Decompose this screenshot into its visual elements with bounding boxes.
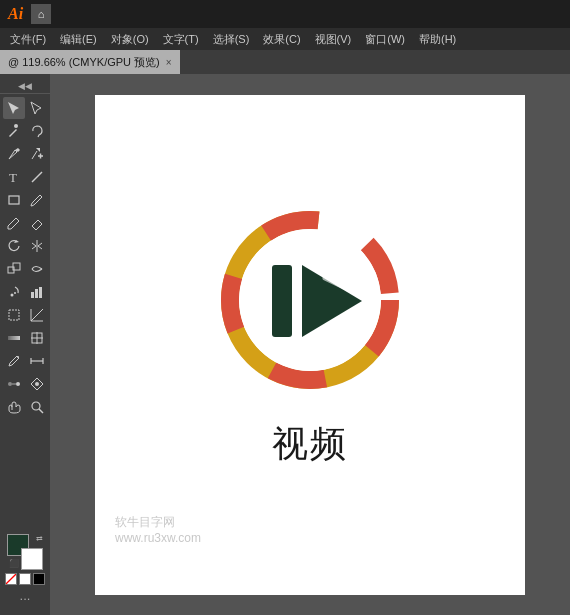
artboard: 视频 软牛目字网www.ru3xw.com (95, 95, 525, 595)
slice-tool[interactable] (26, 304, 48, 326)
tool-row-14 (0, 396, 50, 418)
svg-point-10 (10, 294, 13, 297)
tool-row-5 (0, 189, 50, 211)
pen-tool[interactable] (3, 143, 25, 165)
svg-point-20 (17, 356, 19, 358)
warp-tool[interactable] (26, 258, 48, 280)
magic-wand-tool[interactable] (3, 120, 25, 142)
tool-row-13 (0, 373, 50, 395)
logo-icon (210, 200, 410, 400)
svg-rect-12 (31, 292, 34, 298)
artboard-tool[interactable] (3, 304, 25, 326)
svg-line-30 (6, 574, 16, 584)
symbol-sprayer-tool[interactable] (3, 281, 25, 303)
tool-row-10 (0, 304, 50, 326)
tab-label: @ 119.66% (CMYK/GPU 预览) (8, 55, 160, 70)
blend-tool[interactable] (3, 373, 25, 395)
swap-colors-icon[interactable]: ⇄ (36, 534, 43, 543)
logo-container: 视频 (210, 200, 410, 469)
live-paint-tool[interactable] (26, 373, 48, 395)
svg-point-27 (35, 382, 39, 386)
fill-stroke-indicator: ⬛ ⇄ (7, 534, 43, 570)
eraser-tool[interactable] (26, 212, 48, 234)
watermark: 软牛目字网www.ru3xw.com (115, 514, 201, 545)
toolbar: ◀◀ T (0, 74, 50, 615)
svg-rect-13 (35, 289, 38, 298)
hand-tool[interactable] (3, 396, 25, 418)
svg-rect-16 (8, 336, 20, 340)
none-swatch[interactable] (5, 573, 17, 585)
menu-bar: 文件(F) 编辑(E) 对象(O) 文字(T) 选择(S) 效果(C) 视图(V… (0, 28, 570, 50)
tool-row-9 (0, 281, 50, 303)
menu-help[interactable]: 帮助(H) (413, 30, 462, 49)
home-icon[interactable]: ⌂ (31, 4, 51, 24)
menu-object[interactable]: 对象(O) (105, 30, 155, 49)
svg-rect-5 (9, 196, 19, 204)
title-bar: Ai ⌂ (0, 0, 570, 28)
color-area: ⬛ ⇄ ... (0, 530, 50, 611)
tool-row-8 (0, 258, 50, 280)
document-tab[interactable]: @ 119.66% (CMYK/GPU 预览) × (0, 50, 180, 74)
scale-tool[interactable] (3, 258, 25, 280)
tool-row-2 (0, 120, 50, 142)
column-graph-tool[interactable] (26, 281, 48, 303)
reflect-tool[interactable] (26, 235, 48, 257)
tab-close-button[interactable]: × (166, 57, 172, 68)
menu-effect[interactable]: 效果(C) (257, 30, 306, 49)
svg-rect-15 (9, 310, 19, 320)
menu-text[interactable]: 文字(T) (157, 30, 205, 49)
svg-point-0 (14, 124, 18, 128)
logo-label: 视频 (272, 420, 348, 469)
tool-row-11 (0, 327, 50, 349)
direct-selection-tool[interactable] (26, 97, 48, 119)
pencil-tool[interactable] (3, 212, 25, 234)
stroke-color[interactable] (21, 548, 43, 570)
menu-window[interactable]: 窗口(W) (359, 30, 411, 49)
menu-view[interactable]: 视图(V) (309, 30, 358, 49)
canvas-area: 视频 软牛目字网www.ru3xw.com (50, 74, 570, 615)
measure-tool[interactable] (26, 350, 48, 372)
toolbar-collapse-button[interactable]: ◀◀ (0, 78, 50, 94)
tool-row-7 (0, 235, 50, 257)
swatch-row (5, 573, 45, 585)
mesh-tool[interactable] (26, 327, 48, 349)
main-layout: ◀◀ T (0, 74, 570, 615)
menu-select[interactable]: 选择(S) (207, 30, 256, 49)
menu-file[interactable]: 文件(F) (4, 30, 52, 49)
menu-edit[interactable]: 编辑(E) (54, 30, 103, 49)
ai-logo: Ai (8, 5, 23, 23)
type-tool[interactable]: T (3, 166, 25, 188)
tab-bar: @ 119.66% (CMYK/GPU 预览) × (0, 50, 570, 74)
svg-point-28 (32, 402, 40, 410)
svg-rect-14 (39, 287, 42, 298)
black-swatch[interactable] (33, 573, 45, 585)
svg-line-4 (32, 172, 42, 182)
line-tool[interactable] (26, 166, 48, 188)
zoom-tool[interactable] (26, 396, 48, 418)
svg-point-24 (8, 382, 12, 386)
rectangle-tool[interactable] (3, 189, 25, 211)
white-swatch[interactable] (19, 573, 31, 585)
add-anchor-tool[interactable] (26, 143, 48, 165)
lasso-tool[interactable] (26, 120, 48, 142)
tool-row-1 (0, 97, 50, 119)
svg-line-29 (39, 409, 43, 413)
paintbrush-tool[interactable] (26, 189, 48, 211)
rotate-tool[interactable] (3, 235, 25, 257)
tool-row-3 (0, 143, 50, 165)
svg-text:T: T (9, 170, 17, 184)
reset-colors-icon[interactable]: ⬛ (9, 559, 19, 568)
tool-row-12 (0, 350, 50, 372)
gradient-tool[interactable] (3, 327, 25, 349)
eyedropper-tool[interactable] (3, 350, 25, 372)
svg-rect-34 (272, 265, 292, 337)
tool-row-4: T (0, 166, 50, 188)
more-tools-button[interactable]: ... (20, 588, 31, 603)
svg-point-25 (16, 382, 20, 386)
tool-row-6 (0, 212, 50, 234)
svg-point-11 (14, 292, 16, 294)
selection-tool[interactable] (3, 97, 25, 119)
